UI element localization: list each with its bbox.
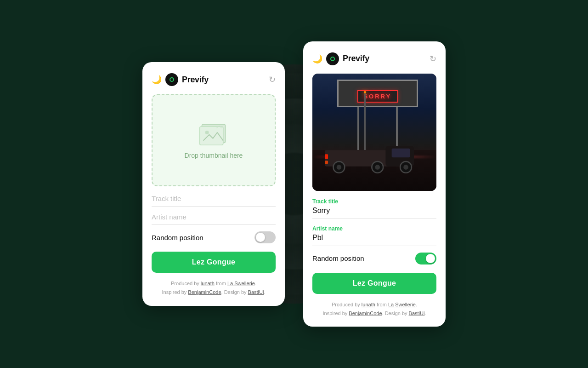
artist-name-group-left: Artist name bbox=[152, 213, 276, 225]
artist-name-label-right: Artist name bbox=[312, 225, 436, 232]
track-title-input-left[interactable]: Track title bbox=[152, 195, 276, 207]
toggle-knob-right bbox=[426, 254, 435, 263]
footer-ref2-right[interactable]: BastiUi bbox=[409, 310, 425, 316]
card-right-header: 🌙 Prevify ↻ bbox=[312, 52, 436, 65]
footer-inspired-left: Inspired by bbox=[162, 289, 188, 295]
footer-from-right: from bbox=[375, 302, 388, 307]
app-title: Prevify bbox=[182, 75, 209, 85]
artist-name-input-left[interactable]: Artist name bbox=[152, 213, 276, 225]
svg-point-9 bbox=[337, 165, 342, 170]
track-title-group-left: Track title bbox=[152, 195, 276, 207]
random-position-label-right: Random position bbox=[312, 254, 364, 262]
footer-produced-left: Produced by bbox=[171, 281, 201, 286]
track-title-group-right: Track title Sorry bbox=[312, 198, 436, 219]
svg-rect-14 bbox=[325, 154, 328, 159]
footer-produced-right: Produced by bbox=[332, 302, 362, 307]
svg-rect-7 bbox=[392, 149, 410, 157]
artist-name-group-right: Artist name Pbl bbox=[312, 225, 436, 246]
footer-designby-right: . Design by bbox=[382, 310, 409, 316]
footer-org-left[interactable]: La Swellerie bbox=[227, 281, 255, 286]
main-button-right[interactable]: Lez Gongue bbox=[312, 273, 436, 294]
artist-name-value-right[interactable]: Pbl bbox=[312, 234, 436, 246]
header-right-left: 🌙 Prevify bbox=[312, 52, 369, 65]
logo-disk-inner-right bbox=[331, 58, 334, 60]
card-right: 🌙 Prevify ↻ SORRY bbox=[303, 41, 446, 327]
billboard: SORRY bbox=[337, 80, 418, 107]
header-left: 🌙 Prevify bbox=[152, 73, 209, 86]
footer-dot2-right: . bbox=[424, 310, 426, 316]
neon-sign: SORRY bbox=[357, 90, 398, 103]
toggle-row-left: Random position bbox=[152, 231, 276, 243]
svg-rect-15 bbox=[325, 161, 328, 164]
footer-dot1-right: . bbox=[416, 302, 417, 307]
main-button-left[interactable]: Lez Gongue bbox=[152, 252, 276, 273]
card-left-header: 🌙 Prevify ↻ bbox=[152, 73, 276, 86]
drop-zone[interactable]: Drop thumbnail here bbox=[152, 94, 276, 186]
svg-point-2 bbox=[205, 131, 209, 134]
moon-icon[interactable]: 🌙 bbox=[152, 75, 162, 85]
footer-dot1-left: . bbox=[255, 281, 256, 286]
footer-ref2-left[interactable]: BastiUi bbox=[248, 289, 264, 295]
track-title-label-right: Track title bbox=[312, 198, 436, 205]
svg-point-11 bbox=[375, 165, 380, 170]
logo-disk-inner bbox=[170, 78, 173, 81]
footer-inspired-right: Inspired by bbox=[322, 310, 349, 316]
billboard-frame: SORRY bbox=[337, 80, 418, 107]
footer-ref1-left[interactable]: BenjaminCode bbox=[188, 289, 221, 295]
logo-disk-right bbox=[326, 52, 339, 65]
random-position-toggle-left[interactable] bbox=[254, 231, 276, 243]
footer-org-right[interactable]: La Swellerie bbox=[388, 302, 416, 307]
drop-text: Drop thumbnail here bbox=[185, 152, 243, 159]
app-title-right: Prevify bbox=[343, 54, 369, 63]
card-footer-left: Produced by lunath from La Swellerie. In… bbox=[152, 279, 276, 296]
thumbnail-image[interactable]: SORRY bbox=[312, 74, 436, 191]
random-position-label-left: Random position bbox=[152, 234, 204, 242]
footer-dot2-left: . bbox=[264, 289, 265, 295]
footer-designby-left: . Design by bbox=[221, 289, 248, 295]
drop-zone-icon bbox=[199, 121, 228, 145]
refresh-icon[interactable]: ↻ bbox=[269, 75, 276, 85]
footer-ref1-right[interactable]: BenjaminCode bbox=[349, 310, 382, 316]
moon-icon-right[interactable]: 🌙 bbox=[312, 54, 322, 64]
thumbnail-scene: SORRY bbox=[312, 74, 436, 191]
footer-author-right[interactable]: lunath bbox=[362, 302, 375, 307]
card-left: 🌙 Prevify ↻ Drop thumbnail here Track ti… bbox=[142, 62, 285, 305]
footer-author-left[interactable]: lunath bbox=[201, 281, 215, 286]
logo-disk bbox=[165, 73, 178, 86]
footer-from-left: from bbox=[215, 281, 227, 286]
truck bbox=[325, 140, 430, 177]
toggle-knob-left bbox=[256, 233, 265, 242]
card-footer-right: Produced by lunath from La Swellerie. In… bbox=[312, 300, 436, 317]
svg-point-13 bbox=[403, 165, 408, 170]
random-position-toggle-right[interactable] bbox=[415, 253, 436, 264]
toggle-row-right: Random position bbox=[312, 253, 436, 264]
refresh-icon-right[interactable]: ↻ bbox=[430, 54, 436, 64]
track-title-value-right[interactable]: Sorry bbox=[312, 207, 436, 219]
